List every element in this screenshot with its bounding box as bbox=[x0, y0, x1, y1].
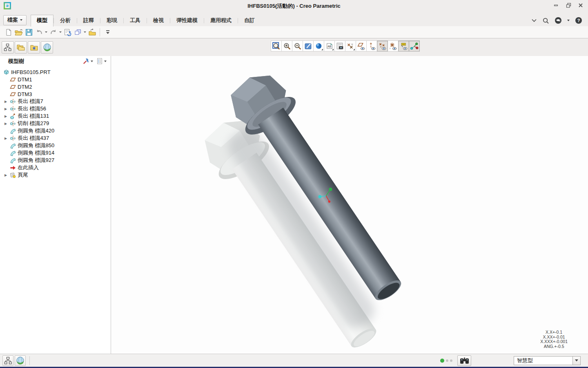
tree-item[interactable]: 倒圓角 標識850 bbox=[0, 142, 111, 149]
axis-display-button[interactable] bbox=[366, 40, 377, 52]
new-file-button[interactable] bbox=[3, 27, 13, 37]
graphics-toolbar: ABz bbox=[271, 40, 419, 52]
tree-item[interactable]: 在此插入 bbox=[0, 164, 111, 171]
search-button[interactable] bbox=[542, 17, 549, 24]
ribbon-tab[interactable]: 應用程式 bbox=[204, 15, 238, 26]
undo-button[interactable] bbox=[34, 27, 44, 37]
navigator-tab-connections[interactable] bbox=[41, 41, 53, 54]
help-button[interactable]: ? bbox=[575, 17, 582, 24]
repaint-button[interactable] bbox=[303, 40, 314, 52]
tree-item[interactable]: ▶長出 標識131 bbox=[0, 112, 111, 120]
file-menu-label: 檔案 bbox=[7, 16, 18, 24]
restore-button[interactable] bbox=[565, 2, 572, 8]
save-button[interactable] bbox=[24, 27, 34, 37]
tree-item-label: 倒圓角 標識850 bbox=[18, 142, 54, 149]
svg-text:?: ? bbox=[577, 18, 580, 23]
expand-arrow-icon[interactable]: ▶ bbox=[2, 114, 9, 118]
dropdown-arrow-button[interactable] bbox=[572, 357, 580, 365]
minimize-button[interactable] bbox=[553, 2, 559, 8]
tree-item[interactable]: ▶長出 標識56 bbox=[0, 105, 111, 112]
corner-caret-icon bbox=[353, 49, 355, 50]
csys-display-button[interactable]: z bbox=[388, 40, 399, 52]
tree-item[interactable]: 倒圓角 標識927 bbox=[0, 157, 111, 164]
close-window-button[interactable] bbox=[87, 27, 97, 37]
graphics-viewport[interactable]: X.X+-0.1X.XX+-0.01X.XXX+-0.001ANG.+-0.5 bbox=[111, 56, 588, 354]
chevron-down-icon[interactable] bbox=[83, 27, 87, 37]
ribbon-tab[interactable]: 模型 bbox=[31, 15, 53, 27]
ribbon-tab[interactable]: 彈性建模 bbox=[170, 15, 204, 26]
view-images-button[interactable] bbox=[334, 40, 345, 52]
saved-orientations-button[interactable]: AB bbox=[324, 40, 335, 52]
datum-display-filters-button[interactable] bbox=[345, 40, 356, 52]
browser-toggle-button[interactable] bbox=[15, 355, 26, 366]
tree-item[interactable]: ▶頁尾 bbox=[0, 171, 111, 179]
tree-item-label: 倒圓角 標識914 bbox=[18, 149, 54, 157]
datum-plane-icon bbox=[9, 83, 16, 90]
window-controls bbox=[553, 2, 584, 8]
close-button[interactable] bbox=[577, 2, 584, 8]
chevron-down-icon bbox=[575, 359, 578, 361]
tree-item[interactable]: DTM2 bbox=[0, 83, 111, 90]
point-display-button[interactable] bbox=[377, 40, 388, 52]
refit-button[interactable] bbox=[271, 40, 282, 52]
windows-button[interactable] bbox=[73, 27, 83, 37]
navigator-tab-model-tree[interactable] bbox=[2, 41, 14, 54]
community-button[interactable] bbox=[555, 17, 562, 24]
spin-center-button[interactable] bbox=[409, 40, 420, 52]
ribbon-tab[interactable]: 自訂 bbox=[238, 15, 261, 26]
selection-filter-dropdown[interactable]: 智慧型 bbox=[514, 356, 581, 365]
tree-item[interactable]: ▶長出 標識7 bbox=[0, 98, 111, 105]
tree-item[interactable]: ▶長出 標識437 bbox=[0, 135, 111, 142]
redo-button[interactable] bbox=[48, 27, 58, 37]
expand-arrow-icon[interactable]: ▶ bbox=[2, 137, 9, 140]
revolve-icon bbox=[9, 98, 16, 105]
expand-arrow-icon[interactable]: ▶ bbox=[2, 100, 9, 103]
tree-item[interactable]: ▶切削 標識279 bbox=[0, 120, 111, 127]
regenerate-button[interactable] bbox=[62, 27, 73, 37]
chevron-down-icon[interactable] bbox=[44, 27, 48, 37]
ribbon-tabs: 模型分析註釋彩現工具檢視彈性建模應用程式自訂 bbox=[31, 15, 261, 26]
tolerance-line: ANG.+-0.5 bbox=[540, 344, 568, 349]
zoom-in-button[interactable] bbox=[281, 40, 292, 52]
ribbon-tab[interactable]: 註釋 bbox=[77, 15, 100, 26]
annotation-display-button[interactable] bbox=[398, 40, 409, 52]
navigator-tab-folder-browser[interactable] bbox=[15, 41, 27, 54]
find-button[interactable] bbox=[457, 355, 471, 366]
tree-settings-icon bbox=[96, 58, 103, 65]
corner-caret-icon bbox=[321, 49, 323, 50]
zoom-out-button[interactable] bbox=[292, 40, 303, 52]
expand-arrow-icon[interactable]: ▶ bbox=[2, 107, 9, 111]
display-style-button[interactable] bbox=[313, 40, 324, 52]
plane-display-button[interactable] bbox=[356, 40, 367, 52]
title-bar: IHFBS0105(活動的) - Creo Parametric bbox=[0, 0, 588, 16]
customize-button[interactable] bbox=[102, 27, 113, 37]
collapse-ribbon-button[interactable] bbox=[531, 19, 537, 22]
status-dot-gray bbox=[450, 359, 452, 362]
file-menu-button[interactable]: 檔案 bbox=[3, 15, 27, 25]
tree-toggle-button[interactable] bbox=[2, 355, 13, 366]
chevron-down-icon bbox=[91, 61, 93, 62]
quick-access-toolbar bbox=[0, 26, 588, 38]
tolerance-block: X.X+-0.1X.XX+-0.01X.XXX+-0.001ANG.+-0.5 bbox=[540, 330, 568, 349]
connection-status-dots bbox=[440, 359, 452, 363]
ribbon-tab[interactable]: 彩現 bbox=[100, 15, 123, 26]
chevron-down-icon[interactable] bbox=[58, 27, 62, 37]
selection-filter-value: 智慧型 bbox=[514, 357, 572, 364]
ribbon-tab[interactable]: 檢視 bbox=[147, 15, 170, 26]
tree-item[interactable]: DTM3 bbox=[0, 90, 111, 98]
tree-item[interactable]: IHFBS0105.PRT bbox=[0, 68, 111, 76]
ribbon-tab-row: 檔案 模型分析註釋彩現工具檢視彈性建模應用程式自訂 ? bbox=[0, 16, 588, 26]
tree-item[interactable]: DTM1 bbox=[0, 76, 111, 83]
expand-arrow-icon[interactable]: ▶ bbox=[2, 173, 9, 177]
chevron-down-icon[interactable] bbox=[567, 20, 570, 21]
chevron-down-icon bbox=[104, 61, 107, 62]
navigator-tab-favorites[interactable] bbox=[28, 41, 40, 54]
open-button[interactable] bbox=[13, 27, 24, 37]
tree-item[interactable]: 倒圓角 標識914 bbox=[0, 149, 111, 157]
expand-arrow-icon[interactable]: ▶ bbox=[2, 122, 9, 126]
tree-item[interactable]: 倒圓角 標識420 bbox=[0, 127, 111, 135]
ribbon-tab[interactable]: 分析 bbox=[54, 15, 77, 26]
tree-settings-button[interactable] bbox=[96, 57, 107, 65]
ribbon-tab[interactable]: 工具 bbox=[124, 15, 147, 26]
tree-tools-button[interactable] bbox=[82, 57, 94, 65]
